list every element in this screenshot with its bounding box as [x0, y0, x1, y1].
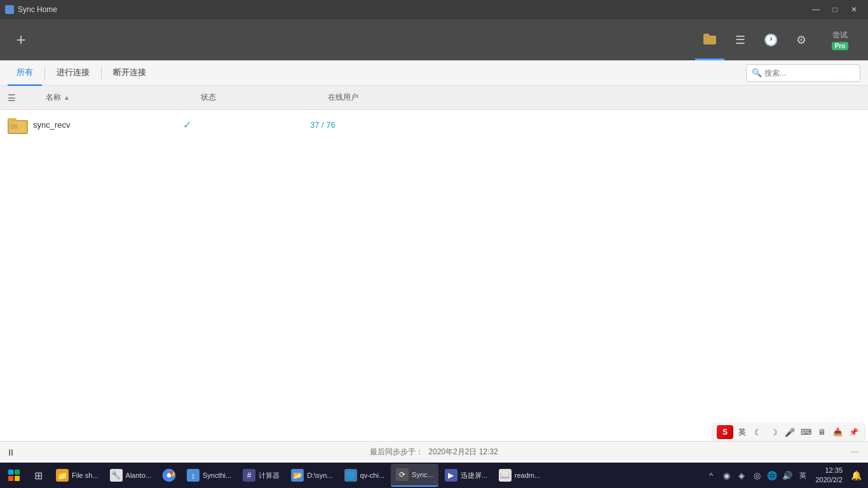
gear-icon: ⚙ — [796, 33, 806, 47]
history-button[interactable]: 🕐 — [756, 19, 785, 60]
file-explorer-icon: 📁 — [56, 469, 69, 482]
chrome-button[interactable] — [158, 464, 180, 487]
tray-icon-2[interactable]: ◈ — [735, 469, 748, 482]
wave-icon: 〰 — [850, 447, 859, 458]
filter-divider-2 — [101, 67, 102, 79]
download-icon[interactable]: 📥 — [831, 425, 844, 439]
recorder-label: 迅捷屏... — [461, 471, 487, 480]
alanto-button[interactable]: 🔧 Alanto... — [105, 464, 156, 487]
try-pro-button[interactable]: 尝试 Pro — [817, 25, 863, 55]
ime-english-icon[interactable]: 英 — [735, 425, 749, 439]
status-datetime: 2020年2月2日 12:32 — [428, 447, 498, 458]
tray-icon-1[interactable]: ◉ — [720, 469, 733, 482]
system-tray: ^ ◉ ◈ ◎ 🌐 🔊 英 — [702, 469, 811, 482]
screen-icon[interactable]: 🖥 — [815, 425, 829, 439]
settings-button[interactable]: ⚙ — [787, 19, 816, 60]
search-input[interactable] — [764, 69, 855, 78]
qv-icon: 🌐 — [344, 469, 357, 482]
try-label: 尝试 — [832, 30, 848, 41]
folder-row-icon — [8, 115, 28, 135]
reader-label: readm... — [515, 471, 540, 479]
reader-icon: 📖 — [499, 469, 512, 482]
recorder-button[interactable]: ▶ 迅捷屏... — [440, 464, 492, 487]
add-icon: + — [16, 30, 25, 50]
list-view-button[interactable]: ☰ — [726, 19, 755, 60]
row-name: sync_recv — [33, 120, 183, 130]
file-manager-label: D:\syn... — [307, 471, 332, 479]
windows-icon — [8, 470, 20, 481]
chrome-icon — [163, 469, 175, 482]
syncthing-icon: ↕ — [187, 469, 200, 482]
filter-tab-disconnected[interactable]: 断开连接 — [104, 60, 155, 86]
list-icon: ☰ — [735, 33, 745, 47]
filter-tab-all[interactable]: 所有 — [8, 60, 42, 86]
tray-volume-icon[interactable]: 🔊 — [781, 469, 794, 482]
row-users[interactable]: 37 / 76 — [310, 120, 437, 130]
tray-ime-icon[interactable]: 英 — [796, 469, 809, 482]
folder-view-button[interactable] — [695, 19, 724, 60]
table-header: ☰ 名称 ▲ 状态 在线用户 — [0, 86, 868, 110]
filter-bar: 所有 进行连接 断开连接 🔍 — [0, 60, 868, 86]
name-column-header[interactable]: 名称 ▲ — [23, 92, 201, 103]
svg-point-0 — [6, 6, 13, 13]
moon-icon[interactable]: ☾ — [751, 425, 765, 439]
mic-icon[interactable]: 🎤 — [783, 425, 797, 439]
sort-icon: ▲ — [64, 94, 70, 101]
sync-home-button[interactable]: ⟳ Sync... — [391, 464, 438, 487]
keyboard-icon[interactable]: ⌨ — [799, 425, 813, 439]
pause-icon: ⏸ — [6, 447, 15, 458]
clock-date: 2020/2/2 — [815, 475, 843, 485]
alanto-icon: 🔧 — [110, 469, 123, 482]
taskbar-clock[interactable]: 12:35 2020/2/2 — [813, 466, 845, 485]
calculator-label: 计算器 — [259, 471, 280, 480]
clock-icon: 🕐 — [764, 33, 778, 47]
search-icon: 🔍 — [752, 68, 762, 78]
tray-icon-3[interactable]: ◎ — [750, 469, 763, 482]
alanto-label: Alanto... — [126, 471, 151, 479]
file-explorer-button[interactable]: 📁 File sh... — [51, 464, 104, 487]
content-area — [0, 135, 868, 441]
tray-network-icon[interactable]: 🌐 — [766, 469, 778, 482]
sogou-icon[interactable]: S — [717, 425, 733, 439]
taskbar: ⊞ 📁 File sh... 🔧 Alanto... ↕ Syncthi... … — [0, 463, 868, 488]
title-bar: Sync Home — □ ✕ — [0, 0, 868, 19]
qv-button[interactable]: 🌐 qv-chi... — [339, 464, 390, 487]
file-manager-button[interactable]: 📂 D:\syn... — [286, 464, 337, 487]
notification-icon: 🔔 — [851, 470, 862, 480]
calculator-icon: # — [243, 469, 255, 482]
svg-rect-4 — [10, 124, 18, 129]
close-button[interactable]: ✕ — [845, 3, 863, 17]
row-status: ✓ — [183, 119, 310, 131]
file-explorer-label: File sh... — [72, 471, 98, 479]
app-icon — [5, 5, 14, 14]
sys-tray-icons: S 英 ☾ ☽ 🎤 ⌨ 🖥 📥 📌 — [713, 423, 864, 441]
moon2-icon[interactable]: ☽ — [767, 425, 781, 439]
maximize-button[interactable]: □ — [826, 3, 844, 17]
syncthing-button[interactable]: ↕ Syncthi... — [182, 464, 236, 487]
syncthing-label: Syncthi... — [203, 471, 231, 479]
reader-button[interactable]: 📖 readm... — [494, 464, 545, 487]
toolbar-icons: ☰ 🕐 ⚙ 尝试 Pro — [695, 19, 863, 60]
filter-divider-1 — [44, 67, 45, 79]
filter-tab-connected[interactable]: 进行连接 — [48, 60, 98, 86]
pin-icon[interactable]: 📌 — [846, 425, 860, 439]
status-label: 最后同步步于： — [370, 447, 423, 458]
status-bar: ⏸ 最后同步步于： 2020年2月2日 12:32 〰 — [0, 441, 868, 463]
folder-icon — [703, 32, 717, 45]
filter-column-header[interactable]: ☰ — [8, 93, 23, 103]
filter-icon: ☰ — [8, 93, 16, 103]
minimize-button[interactable]: — — [807, 3, 825, 17]
task-view-icon: ⊞ — [34, 470, 43, 482]
calculator-button[interactable]: # 计算器 — [238, 464, 285, 487]
add-button[interactable]: + — [5, 24, 37, 56]
file-manager-icon: 📂 — [291, 469, 304, 482]
window-title: Sync Home — [18, 5, 57, 14]
start-menu-button[interactable] — [3, 464, 25, 487]
tray-show-hidden[interactable]: ^ — [705, 469, 717, 482]
search-box: 🔍 — [746, 64, 860, 82]
pro-badge: Pro — [832, 42, 849, 50]
task-view-button[interactable]: ⊞ — [27, 464, 50, 487]
title-bar-left: Sync Home — [5, 5, 57, 14]
notification-button[interactable]: 🔔 — [846, 464, 865, 487]
pause-button[interactable]: ⏸ — [6, 447, 15, 458]
